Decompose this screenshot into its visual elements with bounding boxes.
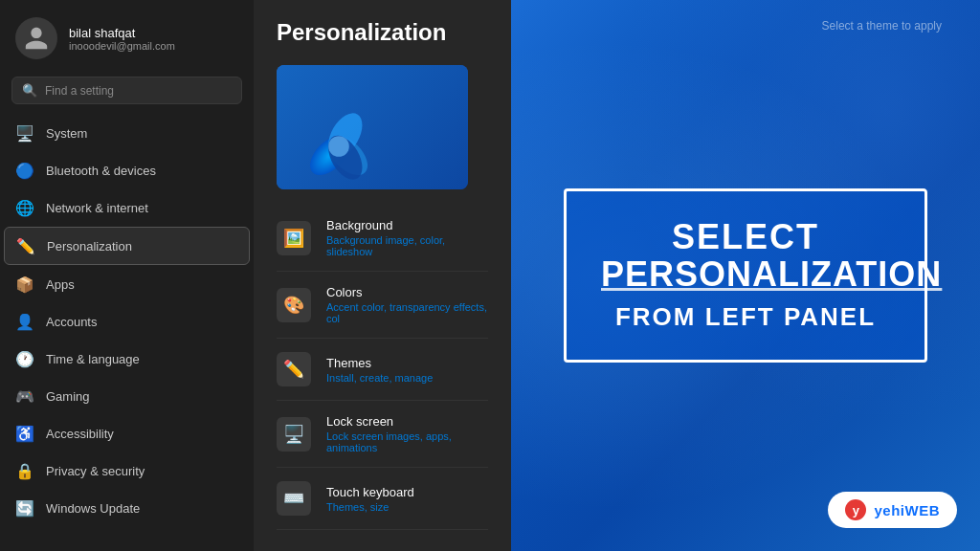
sidebar-item-label: Personalization — [47, 239, 132, 253]
theme-preview[interactable] — [277, 65, 468, 189]
nav-list: 🖥️ System 🔵 Bluetooth & devices 🌐 Networ… — [0, 114, 254, 551]
sidebar-item-system[interactable]: 🖥️ System — [4, 115, 250, 151]
setting-text: Colors Accent color, transparency effect… — [326, 285, 488, 324]
sidebar-item-label: Accessibility — [46, 427, 114, 441]
theme-preview-inner — [277, 65, 468, 189]
sidebar-item-time-language[interactable]: 🕐 Time & language — [4, 341, 250, 377]
main-content: Personalization — [254, 0, 511, 551]
user-icon — [23, 25, 50, 52]
setting-text: Touch keyboard Themes, size — [326, 485, 414, 513]
setting-name: Touch keyboard — [326, 485, 414, 499]
sidebar-item-bluetooth[interactable]: 🔵 Bluetooth & devices — [4, 152, 250, 188]
sidebar-item-privacy[interactable]: 🔒 Privacy & security — [4, 452, 250, 489]
setting-desc: Themes, size — [326, 501, 414, 513]
yehiweb-text: yehiWEB — [874, 502, 940, 518]
sidebar-item-windows-update[interactable]: 🔄 Windows Update — [4, 490, 250, 526]
windows-update-icon: 🔄 — [15, 498, 34, 518]
privacy-icon: 🔒 — [15, 461, 34, 480]
search-input[interactable] — [45, 84, 232, 98]
apps-icon: 📦 — [15, 275, 34, 294]
setting-name: Colors — [326, 285, 488, 299]
sidebar-item-label: Windows Update — [46, 501, 140, 516]
setting-text: Themes Install, create, manage — [326, 356, 433, 384]
highlight-box: SELECT PERSONALIZATION FROM LEFT PANEL — [564, 188, 927, 364]
search-box[interactable]: 🔍 — [11, 77, 242, 104]
user-info: bilal shafqat inooodevil@gmail.com — [69, 26, 175, 52]
accessibility-icon: ♿ — [15, 424, 34, 443]
background-icon: 🖼️ — [277, 221, 311, 255]
setting-name: Themes — [326, 356, 433, 370]
overlay-line1: SELECT — [601, 218, 890, 256]
setting-desc: Background image, color, slideshow — [326, 234, 488, 257]
sidebar-item-label: Bluetooth & devices — [46, 164, 156, 178]
colors-icon: 🎨 — [277, 288, 311, 322]
time-icon: 🕐 — [15, 349, 34, 368]
content-area: 🖼️ Background Background image, color, s… — [254, 55, 511, 551]
setting-desc: Lock screen images, apps, animations — [326, 430, 488, 453]
user-profile[interactable]: bilal shafqat inooodevil@gmail.com — [0, 0, 254, 73]
win11-logo — [296, 103, 382, 189]
yehiweb-badge: y yehiWEB — [828, 492, 957, 528]
setting-item-touch-keyboard[interactable]: ⌨️ Touch keyboard Themes, size — [277, 468, 488, 530]
setting-text: Background Background image, color, slid… — [326, 218, 488, 257]
sidebar-item-label: System — [46, 126, 87, 141]
svg-point-4 — [328, 136, 349, 157]
bluetooth-icon: 🔵 — [15, 161, 34, 180]
yehiweb-brand: yehi — [874, 502, 904, 518]
setting-item-themes[interactable]: ✏️ Themes Install, create, manage — [277, 339, 488, 401]
sidebar-item-label: Accounts — [46, 315, 97, 329]
touch-keyboard-icon: ⌨️ — [277, 481, 311, 516]
sidebar-item-accessibility[interactable]: ♿ Accessibility — [4, 415, 250, 452]
page-title: Personalization — [277, 19, 488, 46]
search-icon: 🔍 — [22, 83, 37, 98]
setting-name: Background — [326, 218, 488, 232]
setting-item-colors[interactable]: 🎨 Colors Accent color, transparency effe… — [277, 272, 488, 339]
setting-desc: Install, create, manage — [326, 372, 433, 384]
setting-desc: Accent color, transparency effects, col — [326, 301, 488, 324]
sidebar-item-personalization[interactable]: ✏️ Personalization — [4, 227, 250, 265]
sidebar-item-label: Apps — [46, 277, 75, 292]
setting-item-lock-screen[interactable]: 🖥️ Lock screen Lock screen images, apps,… — [277, 401, 488, 468]
avatar — [15, 17, 57, 59]
sidebar-item-gaming[interactable]: 🎮 Gaming — [4, 378, 250, 414]
accounts-icon: 👤 — [15, 312, 34, 331]
lock-screen-icon: 🖥️ — [277, 417, 311, 452]
user-email: inooodevil@gmail.com — [69, 40, 175, 52]
gaming-icon: 🎮 — [15, 386, 34, 406]
sidebar-item-network[interactable]: 🌐 Network & internet — [4, 189, 250, 226]
sidebar-item-label: Gaming — [46, 389, 90, 404]
setting-text: Lock screen Lock screen images, apps, an… — [326, 414, 488, 453]
themes-icon: ✏️ — [277, 352, 311, 386]
sidebar-item-accounts[interactable]: 👤 Accounts — [4, 303, 250, 340]
personalization-icon: ✏️ — [16, 236, 35, 255]
sidebar: bilal shafqat inooodevil@gmail.com 🔍 🖥️ … — [0, 0, 254, 551]
sidebar-item-label: Privacy & security — [46, 464, 145, 478]
yehiweb-brand-colored: WEB — [905, 502, 941, 518]
overlay-line2: PERSONALIZATION — [601, 255, 890, 294]
sidebar-item-label: Time & language — [46, 352, 140, 366]
select-theme-hint: Select a theme to apply — [822, 19, 942, 33]
user-name: bilal shafqat — [69, 26, 175, 40]
sidebar-item-apps[interactable]: 📦 Apps — [4, 266, 250, 302]
overlay-line3: FROM LEFT PANEL — [601, 301, 890, 334]
sidebar-item-label: Network & internet — [46, 201, 148, 215]
setting-name: Lock screen — [326, 414, 488, 429]
setting-item-background[interactable]: 🖼️ Background Background image, color, s… — [277, 205, 488, 272]
system-icon: 🖥️ — [15, 123, 34, 143]
network-icon: 🌐 — [15, 198, 34, 217]
yehiweb-icon: y — [845, 499, 866, 520]
main-header: Personalization — [254, 0, 511, 55]
right-panel: Select a theme to apply SELECT PERSONALI… — [511, 0, 980, 551]
